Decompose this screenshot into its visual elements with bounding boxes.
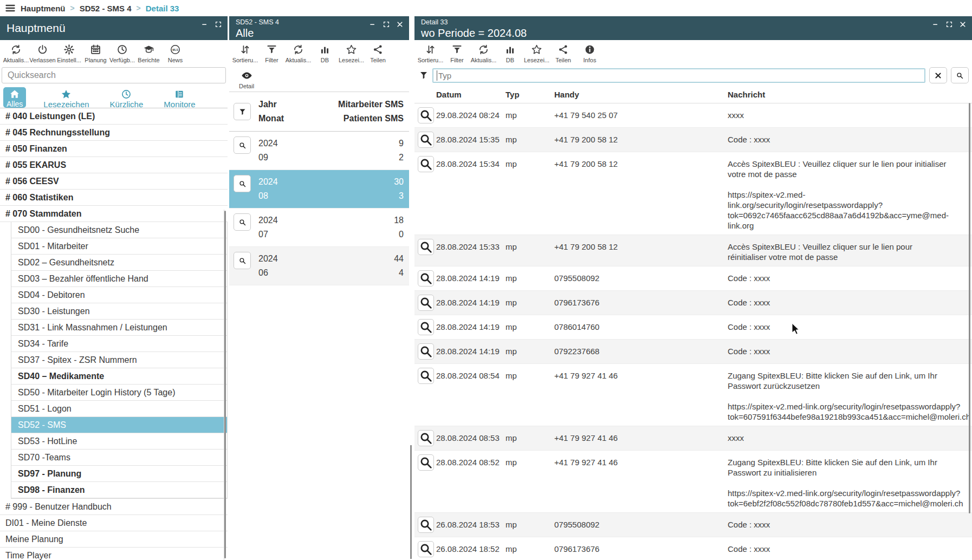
row-detail-button[interactable] (234, 136, 251, 154)
row-detail-button[interactable] (418, 541, 434, 557)
minimize-icon[interactable] (369, 21, 377, 28)
tab-lesezeichen[interactable]: Lesezeichen (40, 87, 92, 108)
sidebar-item-sd52-sms[interactable]: SD52 - SMS (11, 417, 227, 433)
toolbar-button-news[interactable]: MLSNews (162, 44, 189, 63)
tab-k-rzliche[interactable]: Kürzliche (107, 87, 147, 108)
row-detail-button[interactable] (234, 175, 251, 192)
sidebar-item-sd40-medikamente[interactable]: SD40 – Medikamente (11, 368, 227, 385)
sidebar-item-050-finanzen[interactable]: # 050 Finanzen (0, 141, 228, 157)
sidebar-item-sd97-planung[interactable]: SD97 - Planung (11, 466, 227, 482)
sidebar-item-sd03-bezahler-ffentliche-hand[interactable]: SD03 – Bezahler öffentliche Hand (11, 271, 227, 287)
sidebar-item-sd02-gesundheitsnetz[interactable]: SD02 – Gesundheitsnetz (11, 255, 227, 271)
sms-row[interactable]: 28.08.2024 15:34mp+41 79 200 58 12Accès … (414, 152, 972, 235)
clear-filter-button[interactable] (929, 67, 947, 83)
year-month-row[interactable]: 202408303 (229, 170, 409, 209)
toolbar-button-aktualis[interactable]: Aktualis... (285, 44, 312, 63)
maximize-icon[interactable] (215, 21, 222, 28)
sidebar-item-070-stammdaten[interactable]: # 070 Stammdaten (0, 206, 228, 222)
breadcrumb-item-detail-33[interactable]: Detail 33 (146, 4, 179, 13)
sidebar-item-sd53-hotline[interactable]: SD53 - HotLine (11, 433, 227, 450)
close-icon[interactable] (959, 21, 967, 28)
sms-row[interactable]: 28.08.2024 15:35mp+41 79 200 58 12Code :… (414, 128, 972, 152)
breadcrumb-item-sd52-sms-4[interactable]: SD52 - SMS 4 (80, 4, 132, 13)
year-month-row[interactable]: 20240992 (229, 132, 409, 170)
breadcrumb-item-hauptmen[interactable]: Hauptmenü (21, 4, 66, 13)
sms-row[interactable]: 28.08.2024 14:19mp0796173676Code : xxxx (414, 291, 972, 315)
toolbar-button-einstell[interactable]: Einstell... (56, 44, 82, 63)
row-detail-button[interactable] (418, 132, 434, 148)
toolbar-button-teilen[interactable]: Teilen (365, 44, 391, 63)
row-detail-button[interactable] (418, 368, 434, 384)
sms-row[interactable]: 28.08.2024 14:19mp0795508092Code : xxxx (414, 266, 972, 291)
row-detail-button[interactable] (418, 319, 434, 335)
toolbar-button-aktualis[interactable]: Aktualis... (470, 44, 497, 63)
minimize-icon[interactable] (932, 21, 939, 28)
sms-row[interactable]: 28.08.2024 08:52mp+41 79 927 41 46Zugang… (414, 451, 972, 513)
toolbar-button-teilen[interactable]: Teilen (550, 44, 576, 63)
quicksearch-input[interactable] (2, 67, 226, 83)
row-detail-button[interactable] (418, 295, 434, 311)
tab-monitore[interactable]: Monitore (160, 87, 198, 108)
sidebar-item-055-ekarus[interactable]: # 055 EKARUS (0, 157, 228, 173)
typ-filter-input[interactable] (432, 68, 925, 83)
close-icon[interactable] (396, 21, 404, 28)
sms-row[interactable]: 29.08.2024 08:24mp+41 79 540 25 07xxxx (414, 103, 972, 128)
sidebar-item-sd04-debitoren[interactable]: SD04 - Debitoren (11, 287, 227, 303)
sidebar-item-sd34-tarife[interactable]: SD34 - Tarife (11, 336, 227, 352)
row-detail-button[interactable] (418, 430, 434, 446)
toolbar-button-lesezei[interactable]: Lesezei... (523, 44, 550, 63)
sms-row[interactable]: 28.08.2024 08:54mp+41 79 927 41 46Zugang… (414, 364, 972, 426)
row-detail-button[interactable] (418, 517, 434, 533)
sidebar-item-sd01-mitarbeiter[interactable]: SD01 - Mitarbeiter (11, 238, 227, 255)
toolbar-button-filter[interactable]: Filter (258, 44, 285, 63)
toolbar-button-berichte[interactable]: Berichte (135, 44, 162, 63)
toolbar-button-db[interactable]: DB (497, 44, 523, 63)
toolbar-button-sortieru[interactable]: Sortieru... (417, 44, 444, 63)
sidebar-item-056-ceesv[interactable]: # 056 CEESV (0, 173, 228, 190)
sms-row[interactable]: 28.08.2024 08:53mp+41 79 927 41 46xxxx (414, 426, 972, 451)
right-scrollbar-thumb[interactable] (969, 103, 970, 513)
search-button[interactable] (951, 67, 969, 83)
sms-row[interactable]: 28.08.2024 14:19mp0786014760Code : xxxx (414, 315, 972, 340)
toolbar-button-sortieru[interactable]: Sortieru... (232, 44, 258, 63)
row-detail-button[interactable] (418, 343, 434, 360)
tab-alles[interactable]: Alles (3, 87, 26, 108)
sidebar-item-sd00-gesundheitsnetz-suche[interactable]: SD00 - Gesundheitsnetz Suche (11, 222, 227, 238)
toolbar-button-verlassen[interactable]: Verlassen (29, 44, 56, 63)
sidebar-item-sd70-teams[interactable]: SD70 -Teams (11, 450, 227, 466)
row-detail-button[interactable] (418, 156, 434, 172)
sidebar-item-999-benutzer-handbuch[interactable]: # 999 - Benutzer Handbuch (0, 499, 228, 515)
sms-row[interactable]: 26.08.2024 18:52mp0796173676Code : xxxx (414, 537, 972, 560)
sidebar-item-sd98-finanzen[interactable]: SD98 - Finanzen (11, 482, 227, 498)
table-filter-button[interactable] (234, 103, 251, 120)
sidebar-item-045-rechnungsstellung[interactable]: # 045 Rechnungsstellung (0, 125, 228, 141)
sidebar-item-time-player[interactable]: Time Player (0, 548, 228, 560)
row-detail-button[interactable] (418, 454, 434, 471)
sms-row[interactable]: 28.08.2024 14:19mp0792237668Code : xxxx (414, 340, 972, 364)
funnel-icon[interactable] (419, 70, 429, 80)
row-detail-button[interactable] (234, 213, 251, 231)
toolbar-button-verf-gb[interactable]: Verfügb... (109, 44, 135, 63)
toolbar-button-aktualis[interactable]: Aktualis... (3, 44, 29, 63)
sidebar-item-meine-planung[interactable]: Meine Planung (0, 531, 228, 548)
maximize-icon[interactable] (383, 21, 390, 28)
detail-button[interactable]: Detail (229, 66, 256, 92)
sms-row[interactable]: 26.08.2024 18:53mp0795508092Code : xxxx (414, 513, 972, 537)
sms-row[interactable]: 28.08.2024 15:33mp+41 79 200 58 12Accès … (414, 235, 972, 266)
sidebar-item-sd37-spitex-zsr-nummern[interactable]: SD37 - Spitex - ZSR Nummern (11, 352, 227, 368)
sidebar-item-060-statistiken[interactable]: # 060 Statistiken (0, 190, 228, 206)
hamburger-menu-icon[interactable] (5, 3, 16, 14)
sidebar-item-040-leistungen-le[interactable]: # 040 Leistungen (LE) (0, 108, 228, 125)
row-detail-button[interactable] (418, 239, 434, 255)
toolbar-button-filter[interactable]: Filter (444, 44, 470, 63)
sidebar-item-sd30-leistungen[interactable]: SD30 - Leistungen (11, 303, 227, 320)
row-detail-button[interactable] (418, 270, 434, 286)
year-month-row[interactable]: 202407180 (229, 209, 409, 247)
toolbar-button-db[interactable]: DB (312, 44, 338, 63)
row-detail-button[interactable] (418, 107, 434, 123)
toolbar-button-planung[interactable]: Planung (82, 44, 109, 63)
sidebar-item-di01-meine-dienste[interactable]: DI01 - Meine Dienste (0, 515, 228, 531)
year-month-row[interactable]: 202406444 (229, 247, 409, 285)
toolbar-button-lesezei[interactable]: Lesezei... (338, 44, 365, 63)
row-detail-button[interactable] (234, 252, 251, 269)
